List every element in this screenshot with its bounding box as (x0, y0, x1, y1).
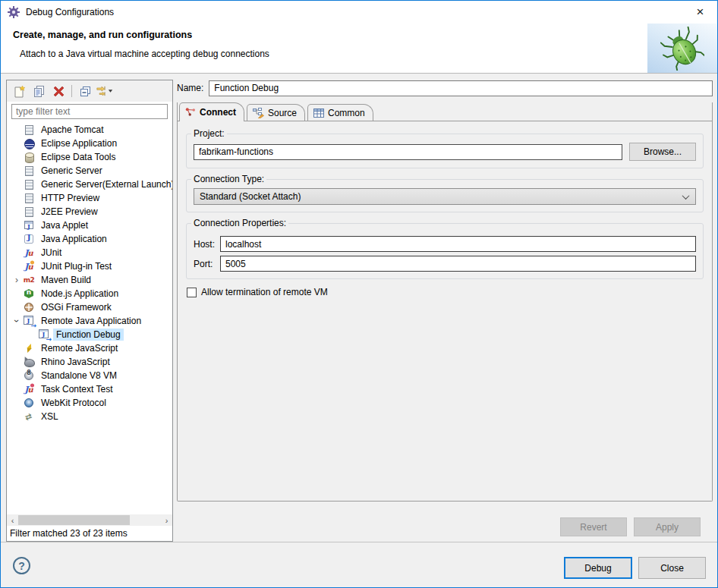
port-label: Port: (194, 259, 220, 269)
tree-item-label: Java Applet (38, 219, 91, 231)
scrollbar-thumb[interactable] (18, 515, 130, 525)
junit-plugin-icon (23, 260, 35, 272)
banner-title: Create, manage, and run configurations (13, 30, 192, 40)
tree-item-webkit-protocol[interactable]: WebKit Protocol (7, 396, 172, 410)
debug-configurations-dialog: Debug Configurations × Create, manage, a… (0, 0, 718, 588)
host-input[interactable] (220, 236, 696, 252)
tree-item-label: Eclipse Application (38, 137, 120, 149)
tab-connect[interactable]: Connect (179, 102, 244, 121)
tree-item-label: HTTP Preview (38, 192, 102, 204)
tree-item-label: Function Debug (53, 329, 124, 341)
tree-item-generic-server-external-launch-[interactable]: Generic Server(External Launch) (7, 178, 172, 191)
name-input[interactable] (209, 80, 713, 96)
tree-item-junit-plug-in-test[interactable]: JUnit Plug-in Test (7, 259, 172, 273)
tab-source[interactable]: Source (247, 104, 305, 121)
allow-termination-checkbox[interactable] (187, 288, 197, 297)
allow-termination-label: Allow termination of remote VM (201, 287, 328, 297)
tree-item-label: WebKit Protocol (38, 397, 109, 409)
tree-item-generic-server[interactable]: Generic Server (7, 164, 172, 178)
close-button[interactable]: Close (638, 557, 706, 579)
tree-item-osgi-framework[interactable]: OSGi Framework (7, 300, 172, 314)
tree-item-function-debug[interactable]: Function Debug (7, 328, 172, 341)
tree-item-label: OSGi Framework (38, 301, 115, 313)
webkit-icon (23, 397, 35, 409)
title-bar: Debug Configurations × (1, 1, 717, 24)
connection-type-select[interactable]: Standard (Socket Attach) (194, 188, 696, 205)
tree-item-j2ee-preview[interactable]: J2EE Preview (7, 205, 172, 219)
scrollbar-track[interactable] (18, 514, 161, 526)
tree-item-eclipse-data-tools[interactable]: Eclipse Data Tools (7, 150, 172, 164)
banner-subtitle: Attach to a Java virtual machine accepti… (20, 49, 269, 59)
tree-item-label: Remote Java Application (38, 315, 144, 327)
horizontal-scrollbar[interactable]: ‹ › (7, 514, 172, 526)
tree-item-node-js-application[interactable]: Node.js Application (7, 287, 172, 300)
tree-item-rhino-javascript[interactable]: Rhino JavaScript (7, 355, 172, 369)
tree-item-label: Maven Build (38, 274, 94, 286)
database-icon (23, 151, 35, 163)
toolbar-separator (71, 85, 72, 97)
remote-java-icon (38, 329, 50, 341)
tree-item-task-context-test[interactable]: Task Context Test (7, 382, 172, 396)
tree-item-remote-javascript[interactable]: Remote JavaScript (7, 341, 172, 355)
browse-button[interactable]: Browse... (629, 143, 696, 161)
junit-icon (23, 247, 35, 259)
scroll-left-icon[interactable]: ‹ (7, 514, 18, 526)
tree-item-xsl[interactable]: XSL (7, 410, 172, 423)
tree-item-label: JUnit (38, 247, 65, 259)
delete-configuration-icon[interactable] (50, 83, 67, 99)
tree-item-java-application[interactable]: Java Application (7, 232, 172, 246)
duplicate-configuration-icon[interactable] (30, 83, 47, 99)
configurations-tree: Apache TomcatEclipse ApplicationEclipse … (7, 122, 172, 514)
tree-item-apache-tomcat[interactable]: Apache Tomcat (7, 123, 172, 137)
tree-item-label: Standalone V8 VM (38, 369, 120, 382)
tree-item-label: Remote JavaScript (38, 342, 121, 354)
node-icon (23, 288, 35, 300)
tree-item-http-preview[interactable]: HTTP Preview (7, 191, 172, 205)
applet-icon (23, 219, 35, 231)
close-icon[interactable]: × (683, 1, 717, 23)
help-icon[interactable]: ? (13, 557, 30, 574)
tab-common[interactable]: Common (307, 104, 373, 121)
connect-tab-content: Project: Browse... Connection Type: Stan… (178, 121, 712, 297)
connection-type-value: Standard (Socket Attach) (200, 191, 683, 202)
apply-button[interactable]: Apply (634, 517, 701, 536)
host-label: Host: (194, 239, 220, 250)
tab-label: Source (268, 108, 297, 118)
tree-item-remote-java-application[interactable]: ›Remote Java Application (7, 314, 172, 328)
debug-button[interactable]: Debug (564, 557, 632, 579)
new-launch-configuration-icon[interactable] (11, 83, 27, 99)
chevron-expanded-icon[interactable]: › (11, 315, 23, 327)
tree-item-label: Eclipse Data Tools (38, 151, 119, 163)
project-input[interactable] (194, 144, 622, 160)
tree-item-label: Java Application (38, 233, 110, 245)
window-title: Debug Configurations (26, 7, 114, 17)
tab-label: Connect (200, 107, 236, 118)
tree-item-junit[interactable]: JUnit (7, 246, 172, 259)
tree-item-java-applet[interactable]: Java Applet (7, 219, 172, 232)
configuration-detail-panel: Name: ConnectSourceCommon Project: Brows… (177, 80, 713, 542)
task-test-icon (23, 383, 35, 395)
tree-item-standalone-v8-vm[interactable]: Standalone V8 VM (7, 369, 172, 382)
tree-item-label: XSL (38, 410, 61, 423)
tree-item-label: Generic Server (38, 165, 105, 177)
server-icon (23, 178, 35, 190)
filter-input[interactable] (11, 104, 168, 119)
connect-icon (185, 107, 196, 117)
scroll-right-icon[interactable]: › (161, 514, 172, 526)
tabs-row: ConnectSourceCommon (178, 102, 712, 121)
port-input[interactable] (220, 256, 696, 272)
tree-item-eclipse-application[interactable]: Eclipse Application (7, 137, 172, 150)
project-label: Project: (191, 128, 227, 139)
tree-item-label: J2EE Preview (38, 206, 101, 218)
tree-item-label: Task Context Test (38, 383, 116, 395)
tree-item-maven-build[interactable]: ›Maven Build (7, 273, 172, 287)
filter-launch-configurations-icon[interactable] (96, 83, 113, 99)
server-icon (23, 165, 35, 177)
chevron-collapsed-icon[interactable]: › (11, 274, 23, 286)
revert-button[interactable]: Revert (560, 517, 627, 536)
common-icon (313, 108, 324, 118)
tree-item-label: Generic Server(External Launch) (38, 178, 172, 190)
rhino-icon (23, 356, 35, 368)
collapse-all-icon[interactable] (77, 83, 93, 99)
osgi-icon (23, 301, 35, 313)
